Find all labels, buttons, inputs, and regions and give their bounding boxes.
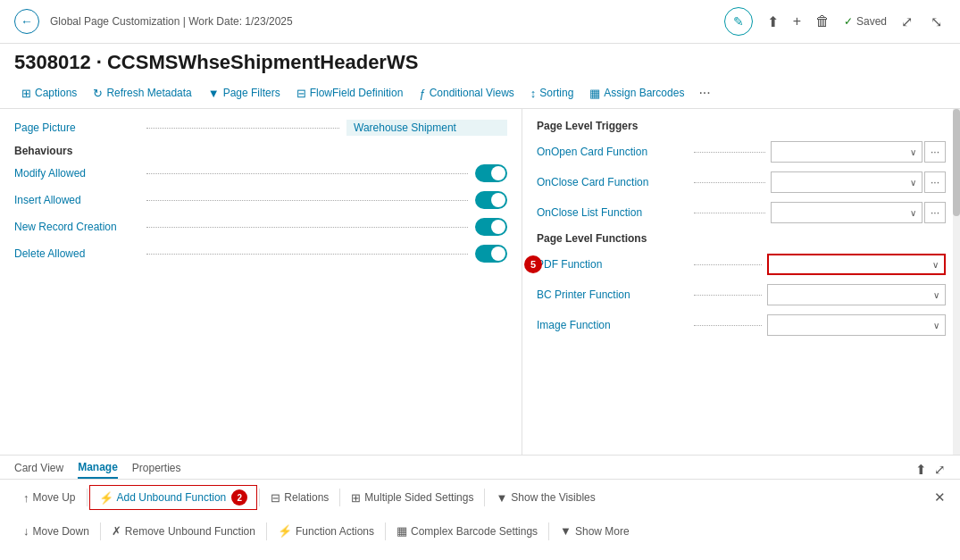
filters-label: Page Filters (223, 87, 280, 99)
toolbar: ⊞ Captions ↻ Refresh Metadata ▼ Page Fil… (0, 78, 960, 109)
onclose-card-trigger-row: OnClose Card Function ∨ ··· (537, 171, 946, 193)
page-picture-value[interactable]: Warehouse Shipment (346, 120, 507, 136)
insert-allowed-label: Insert Allowed (14, 194, 139, 206)
left-panel: Page Picture Warehouse Shipment Behaviou… (0, 109, 522, 455)
toolbar-sorting[interactable]: ↕ Sorting (523, 83, 581, 104)
onclose-card-select[interactable]: ∨ (771, 171, 922, 193)
tab-properties[interactable]: Properties (132, 462, 181, 478)
onclose-list-more-btn[interactable]: ··· (924, 202, 946, 223)
page-level-functions-title: Page Level Functions (537, 232, 946, 245)
bc-printer-chevron: ∨ (933, 290, 939, 300)
back-button[interactable]: ← (14, 9, 39, 34)
toolbar-refresh-metadata[interactable]: ↻ Refresh Metadata (86, 83, 198, 104)
scrollbar-track (953, 109, 960, 455)
tab-manage[interactable]: Manage (78, 461, 118, 479)
toolbar-flowfield[interactable]: ⊟ FlowField Definition (289, 83, 411, 104)
bc-printer-select[interactable]: ∨ (767, 284, 946, 305)
function-actions-button[interactable]: ⚡ Function Actions (269, 521, 383, 541)
add-unbound-icon: ⚡ (99, 491, 113, 505)
onopen-label: OnOpen Card Function (537, 146, 689, 158)
saved-status: ✓ Saved (844, 15, 887, 28)
move-up-button[interactable]: ↑ Move Up (14, 488, 85, 508)
pdf-function-select[interactable]: ∨ (767, 254, 946, 275)
page-title: 5308012 · CCSMSWhseShipmentHeaderWS (0, 44, 960, 78)
toolbar-assign-barcodes[interactable]: ▦ Assign Barcodes (582, 83, 691, 104)
multiple-sided-label: Multiple Sided Settings (364, 491, 473, 504)
add-icon[interactable]: + (789, 10, 805, 33)
page-level-triggers-title: Page Level Triggers (537, 120, 946, 132)
bottom-share-icon[interactable]: ⬆ (915, 462, 927, 478)
onclose-card-chevron: ∨ (910, 178, 916, 188)
delete-icon[interactable]: 🗑 (812, 10, 833, 33)
multiple-sided-button[interactable]: ⊞ Multiple Sided Settings (342, 488, 482, 508)
extra-action-icon[interactable]: ✕ (934, 489, 946, 505)
ba-relations-button[interactable]: ⊟ Relations (262, 488, 338, 508)
onopen-dots (694, 152, 765, 153)
toolbar-captions[interactable]: ⊞ Captions (14, 83, 84, 104)
image-function-dots (694, 325, 762, 326)
refresh-label: Refresh Metadata (106, 87, 191, 99)
image-function-row: Image Function ∨ (537, 314, 946, 336)
onclose-card-more-btn[interactable]: ··· (924, 171, 946, 193)
onclose-list-select[interactable]: ∨ (771, 202, 922, 223)
ba-relations-label: Relations (284, 491, 329, 504)
expand-icon[interactable]: ⤢ (897, 10, 916, 34)
modify-allowed-toggle[interactable] (475, 164, 507, 182)
function-actions-icon: ⚡ (278, 524, 292, 538)
modify-allowed-row: Modify Allowed (14, 164, 507, 182)
share-icon[interactable]: ⬆ (764, 10, 782, 34)
collapse-icon[interactable]: ⤡ (927, 10, 946, 34)
remove-unbound-button[interactable]: ✗ Remove Unbound Function (103, 521, 264, 541)
sorting-icon: ↕ (530, 87, 537, 100)
complex-barcode-button[interactable]: ▦ Complex Barcode Settings (388, 521, 547, 541)
bottom-actions-row2: ↓ Move Down ✗ Remove Unbound Function ⚡ … (0, 515, 960, 547)
image-function-label: Image Function (537, 319, 689, 331)
insert-allowed-row: Insert Allowed (14, 191, 507, 209)
pdf-chevron: ∨ (932, 260, 939, 270)
scrollbar-thumb[interactable] (953, 109, 960, 216)
onclose-card-dots (694, 182, 765, 183)
main-content: Page Picture Warehouse Shipment Behaviou… (0, 109, 960, 455)
bottom-tab-right-icons: ⬆ ⤢ (915, 462, 946, 478)
filter-icon: ▼ (208, 87, 220, 100)
check-icon: ✓ (844, 15, 853, 28)
remove-unbound-icon: ✗ (112, 524, 121, 538)
bc-printer-dots (694, 295, 762, 296)
onopen-chevron: ∨ (910, 147, 916, 157)
edit-icon: ✎ (733, 14, 744, 29)
flowfield-icon: ⊟ (296, 87, 306, 100)
move-down-button[interactable]: ↓ Move Down (14, 521, 98, 541)
toolbar-page-filters[interactable]: ▼ Page Filters (201, 83, 288, 104)
insert-allowed-toggle[interactable] (475, 191, 507, 209)
toolbar-more-button[interactable]: ··· (693, 81, 715, 104)
delete-allowed-label: Delete Allowed (14, 247, 139, 260)
edit-button[interactable]: ✎ (724, 7, 753, 36)
barcode-label: Assign Barcodes (604, 87, 684, 99)
right-panel: Page Level Triggers OnOpen Card Function… (522, 109, 960, 455)
behaviours-header: Behaviours (14, 145, 507, 157)
bottom-actions-row1: ↑ Move Up ⚡ Add Unbound Function 2 ⊟ Rel… (0, 480, 960, 515)
toolbar-conditional-views[interactable]: ƒ Conditional Views (412, 83, 521, 104)
add-unbound-button[interactable]: ⚡ Add Unbound Function 2 (89, 485, 258, 510)
conditional-label: Conditional Views (430, 87, 514, 99)
image-function-select[interactable]: ∨ (767, 314, 946, 336)
tab-card-view[interactable]: Card View (14, 462, 63, 478)
onclose-card-label: OnClose Card Function (537, 176, 689, 188)
divider2 (259, 489, 260, 506)
delete-allowed-toggle[interactable] (475, 245, 507, 263)
move-down-label: Move Down (33, 525, 89, 538)
add-unbound-badge: 2 (231, 489, 247, 506)
show-visibles-icon: ▼ (496, 491, 507, 505)
show-more-button[interactable]: ▼ Show More (551, 521, 639, 541)
onopen-more-btn[interactable]: ··· (924, 141, 946, 163)
modify-allowed-label: Modify Allowed (14, 167, 139, 180)
show-visibles-button[interactable]: ▼ Show the Visibles (487, 488, 604, 508)
onopen-select[interactable]: ∨ (771, 141, 922, 163)
flowfield-label: FlowField Definition (310, 87, 404, 99)
insert-dots (146, 200, 468, 201)
page-picture-label: Page Picture (14, 121, 139, 134)
new-record-toggle[interactable] (475, 218, 507, 236)
bottom-expand-icon[interactable]: ⤢ (934, 462, 946, 478)
back-icon: ← (21, 14, 33, 29)
onopen-trigger-row: OnOpen Card Function ∨ ··· (537, 141, 946, 163)
